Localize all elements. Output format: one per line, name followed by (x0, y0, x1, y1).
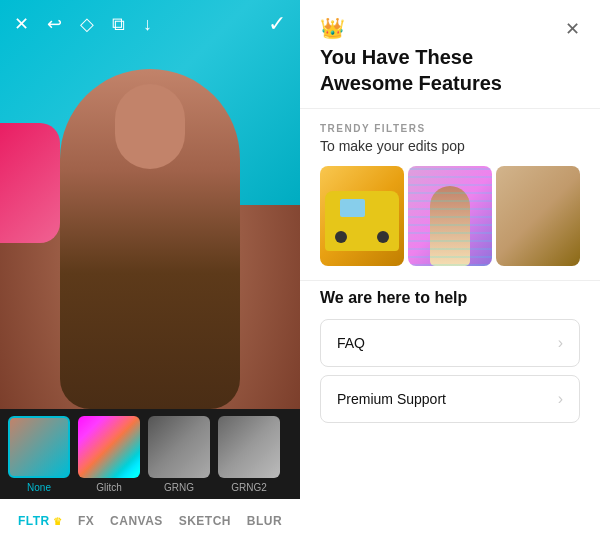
right-panel-title: You Have These Awesome Features (320, 44, 555, 96)
nav-fx-label: FX (78, 514, 94, 528)
filter-strip: None Glitch GRNG GRNG2 (0, 409, 300, 499)
filter-grng2-thumb (218, 416, 280, 478)
fltr-crown-icon: ♛ (53, 516, 63, 527)
faq-arrow-icon: › (558, 334, 563, 352)
help-faq-label: FAQ (337, 335, 365, 351)
nav-blur[interactable]: BLUR (247, 514, 282, 528)
top-toolbar: ✕ ↩ ◇ ⧉ ↓ ✓ (0, 0, 300, 48)
photo-pink-accent (0, 123, 60, 243)
toolbar-left: ✕ ↩ ◇ ⧉ ↓ (14, 15, 152, 33)
nav-fltr-label: FLTR (18, 514, 50, 528)
close-icon[interactable]: ✕ (14, 15, 29, 33)
nav-sketch[interactable]: SKETCH (179, 514, 231, 528)
filter-grng2-label: GRNG2 (231, 482, 267, 493)
photo-area (0, 0, 300, 409)
trendy-filters-category: TRENDY FILTERS (320, 123, 580, 134)
bus-wheel-right (377, 231, 389, 243)
right-header-content: 👑 You Have These Awesome Features (320, 16, 555, 96)
help-premium-label: Premium Support (337, 391, 446, 407)
preview-card-glitch[interactable] (408, 166, 492, 266)
bus-wheel-left (335, 231, 347, 243)
help-faq-item[interactable]: FAQ › (320, 319, 580, 367)
photo-person (60, 69, 240, 409)
right-close-icon[interactable]: ✕ (565, 18, 580, 40)
bus-windshield (340, 199, 365, 217)
preview-card-bus2[interactable] (496, 166, 580, 266)
filter-glitch-thumb (78, 416, 140, 478)
preview-card-bus[interactable] (320, 166, 404, 266)
bus-body (325, 191, 399, 251)
copy-icon[interactable]: ⧉ (112, 15, 125, 33)
filter-grng-thumb (148, 416, 210, 478)
toolbar-right: ✓ (268, 13, 286, 35)
filter-glitch[interactable]: Glitch (78, 416, 140, 493)
filter-grng[interactable]: GRNG (148, 416, 210, 493)
right-header: 👑 You Have These Awesome Features ✕ (300, 0, 600, 108)
right-panel: 👑 You Have These Awesome Features ✕ TREN… (300, 0, 600, 543)
confirm-icon[interactable]: ✓ (268, 13, 286, 35)
nav-sketch-label: SKETCH (179, 514, 231, 528)
filter-none-thumb (8, 416, 70, 478)
help-title: We are here to help (320, 289, 580, 307)
filter-none[interactable]: None (8, 416, 70, 493)
bottom-nav: FLTR ♛ FX CANVAS SKETCH BLUR (0, 499, 300, 543)
photo-face (115, 84, 185, 169)
help-premium-item[interactable]: Premium Support › (320, 375, 580, 423)
trendy-filters-subtitle: To make your edits pop (320, 138, 580, 154)
trendy-filters-section: TRENDY FILTERS To make your edits pop (300, 109, 600, 280)
left-panel: ✕ ↩ ◇ ⧉ ↓ ✓ None Glitch (0, 0, 300, 543)
help-section: We are here to help FAQ › Premium Suppor… (300, 281, 600, 447)
filter-grng-label: GRNG (164, 482, 194, 493)
download-icon[interactable]: ↓ (143, 15, 152, 33)
photo-background (0, 0, 300, 409)
bus-illustration (320, 166, 404, 266)
erase-icon[interactable]: ◇ (80, 15, 94, 33)
premium-arrow-icon: › (558, 390, 563, 408)
glitch-overlay (408, 166, 492, 266)
filter-none-label: None (27, 482, 51, 493)
filter-previews (320, 166, 580, 266)
undo-icon[interactable]: ↩ (47, 15, 62, 33)
photo-figure (0, 0, 300, 409)
filter-grng2[interactable]: GRNG2 (218, 416, 280, 493)
nav-fx[interactable]: FX (78, 514, 94, 528)
nav-fltr[interactable]: FLTR ♛ (18, 514, 62, 528)
nav-canvas-label: CANVAS (110, 514, 163, 528)
nav-blur-label: BLUR (247, 514, 282, 528)
crown-badge-icon: 👑 (320, 16, 555, 40)
nav-canvas[interactable]: CANVAS (110, 514, 163, 528)
filter-glitch-label: Glitch (96, 482, 122, 493)
